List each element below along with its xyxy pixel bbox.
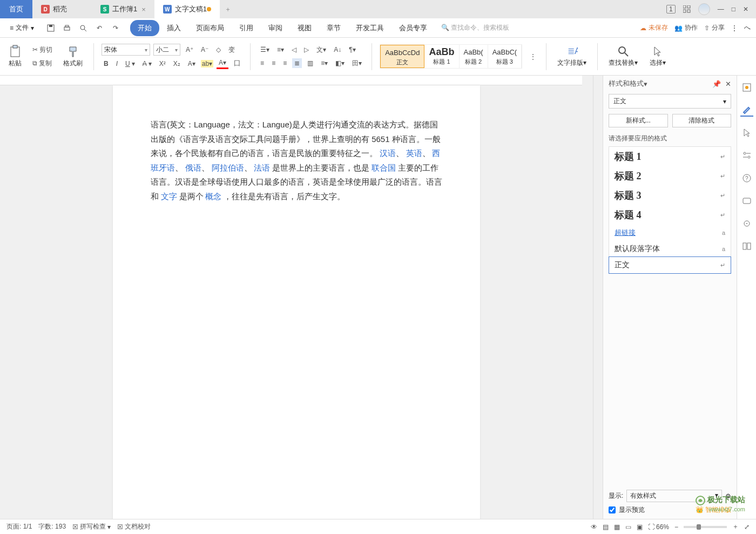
- avatar[interactable]: [698, 3, 710, 15]
- increase-font-button[interactable]: A⁺: [184, 45, 195, 55]
- numbering-button[interactable]: ≡▾: [275, 45, 286, 55]
- tab-sheet[interactable]: S 工作簿1 ×: [92, 0, 154, 18]
- tab-docer[interactable]: D 稻壳: [32, 0, 92, 18]
- zoom-fit-icon[interactable]: ⛶ 66%: [648, 523, 669, 531]
- document-area[interactable]: 语言(英文：Language，法文：Langue)是人类进行沟通交流的表达方式。…: [0, 76, 593, 519]
- style-item-h4[interactable]: 标题 4↵: [609, 205, 731, 225]
- tab-home[interactable]: 首页: [0, 0, 32, 18]
- align-right-button[interactable]: ≡: [281, 58, 289, 68]
- ribbon-tab-insert[interactable]: 插入: [159, 20, 188, 36]
- share-button[interactable]: ⇧分享: [704, 23, 725, 32]
- link-concept[interactable]: 概念: [205, 192, 221, 201]
- font-color-button[interactable]: A▾: [217, 58, 228, 69]
- file-menu[interactable]: ≡ 文件 ▾: [5, 21, 38, 35]
- indent-left-button[interactable]: ◁: [289, 45, 299, 55]
- sidetab-ai[interactable]: [740, 194, 753, 207]
- window-count-icon[interactable]: 1: [666, 5, 676, 13]
- undo-button[interactable]: ↶: [93, 22, 105, 34]
- view-page-icon[interactable]: ▤: [603, 523, 609, 531]
- eye-mode-icon[interactable]: 👁: [591, 523, 597, 531]
- view-read-icon[interactable]: ▭: [625, 523, 631, 531]
- copy-button[interactable]: ⧉复制: [30, 58, 55, 69]
- scrollbar[interactable]: [593, 76, 603, 519]
- style-item-body[interactable]: 正文↵: [609, 256, 731, 274]
- spellcheck-button[interactable]: ☒ 拼写检查 ▾: [72, 522, 111, 531]
- collapse-ribbon-icon[interactable]: へ: [744, 23, 751, 32]
- fullscreen-icon[interactable]: ⤢: [744, 523, 750, 531]
- link-chinese[interactable]: 汉语: [380, 148, 396, 158]
- strikethrough-button[interactable]: A▾: [140, 59, 154, 69]
- preview-checkbox[interactable]: [609, 506, 616, 513]
- style-gallery-more[interactable]: ⋮: [528, 52, 538, 62]
- font-name-select[interactable]: 宋体: [102, 44, 150, 56]
- search-commands[interactable]: 🔍 查找命令、搜索模板: [437, 21, 514, 35]
- close-button[interactable]: ✕: [743, 5, 748, 13]
- sidetab-template[interactable]: [740, 81, 753, 94]
- style-gallery[interactable]: AaBbCcDd正文 AaBb标题 1 AaBb(标题 2 AaBbC(标题 3: [380, 44, 522, 69]
- link-english[interactable]: 英语: [406, 148, 422, 158]
- show-marks-button[interactable]: ¶▾: [347, 45, 357, 55]
- style-h2[interactable]: AaBb(标题 2: [460, 45, 488, 68]
- preview-button[interactable]: [77, 22, 89, 34]
- link-arabic[interactable]: 阿拉伯语: [212, 163, 244, 172]
- cut-button[interactable]: ✂剪切: [30, 44, 55, 56]
- ribbon-tab-view[interactable]: 视图: [290, 20, 319, 36]
- decrease-font-button[interactable]: A⁻: [199, 45, 211, 55]
- highlight-button[interactable]: ab▾: [201, 60, 213, 67]
- sidetab-settings[interactable]: [740, 149, 753, 162]
- style-h3[interactable]: AaBbC(标题 3: [488, 45, 522, 68]
- panel-close-icon[interactable]: ✕: [725, 80, 731, 88]
- sort-button[interactable]: A↓: [332, 45, 343, 55]
- sidetab-outline[interactable]: [740, 240, 753, 253]
- align-distribute-button[interactable]: ▥: [305, 58, 315, 68]
- link-un[interactable]: 联合国: [372, 163, 396, 172]
- tab-add-button[interactable]: ＋: [220, 0, 236, 18]
- style-item-default-font[interactable]: 默认段落字体a: [609, 241, 731, 257]
- ruler[interactable]: [0, 76, 582, 85]
- style-item-h2[interactable]: 标题 2↵: [609, 166, 731, 186]
- proofread-button[interactable]: ☒ 文档校对: [117, 522, 151, 531]
- clear-format-button[interactable]: ◇: [214, 45, 223, 55]
- asian-layout-button[interactable]: 文▾: [314, 44, 328, 56]
- align-justify-button[interactable]: ≣: [292, 58, 302, 68]
- ribbon-tab-devtools[interactable]: 开发工具: [348, 20, 392, 36]
- pin-icon[interactable]: 📌: [712, 80, 721, 88]
- style-body[interactable]: AaBbCcDd正文: [380, 45, 424, 68]
- bullets-button[interactable]: ☰▾: [258, 45, 272, 55]
- pinyin-button[interactable]: 变: [226, 44, 237, 56]
- align-left-button[interactable]: ≡: [258, 58, 266, 68]
- line-spacing-button[interactable]: ≡▾: [319, 58, 330, 68]
- word-count[interactable]: 字数: 193: [38, 522, 66, 531]
- link-writing[interactable]: 文字: [161, 192, 177, 201]
- subscript-button[interactable]: X₂: [171, 59, 183, 69]
- save-button[interactable]: [45, 22, 57, 34]
- zoom-in-button[interactable]: ＋: [732, 522, 739, 531]
- sidetab-select[interactable]: [740, 126, 753, 139]
- ribbon-tab-start[interactable]: 开始: [130, 20, 159, 36]
- ribbon-tab-review[interactable]: 审阅: [261, 20, 290, 36]
- link-russian[interactable]: 俄语: [185, 163, 201, 172]
- more-icon[interactable]: ⋮: [731, 24, 738, 32]
- document-text[interactable]: 语言(英文：Language，法文：Langue)是人类进行沟通交流的表达方式。…: [151, 118, 442, 204]
- format-painter-button[interactable]: 格式刷: [60, 44, 86, 69]
- align-center-button[interactable]: ≡: [269, 58, 278, 68]
- char-border-button[interactable]: 囗: [232, 58, 242, 69]
- page-indicator[interactable]: 页面: 1/1: [6, 522, 32, 531]
- bold-button[interactable]: B: [102, 59, 111, 69]
- page[interactable]: 语言(英文：Language，法文：Langue)是人类进行沟通交流的表达方式。…: [113, 85, 480, 519]
- italic-button[interactable]: I: [114, 59, 120, 69]
- print-button[interactable]: [61, 22, 73, 34]
- shading-button[interactable]: ◧▾: [333, 58, 347, 68]
- find-replace-button[interactable]: 查找替换▾: [605, 44, 641, 69]
- indent-right-button[interactable]: ▷: [302, 45, 311, 55]
- view-outline-icon[interactable]: ▦: [614, 523, 620, 531]
- zoom-slider[interactable]: [684, 526, 727, 528]
- current-style-select[interactable]: 正文▾: [609, 94, 731, 109]
- sidetab-help[interactable]: ?: [740, 172, 753, 185]
- apps-icon[interactable]: [683, 5, 691, 13]
- maximize-button[interactable]: □: [732, 5, 735, 13]
- sidetab-styles[interactable]: [740, 104, 753, 117]
- style-item-hyperlink[interactable]: 超链接a: [609, 225, 731, 241]
- superscript-button[interactable]: X²: [157, 59, 168, 69]
- collab-button[interactable]: 👥协作: [674, 23, 698, 32]
